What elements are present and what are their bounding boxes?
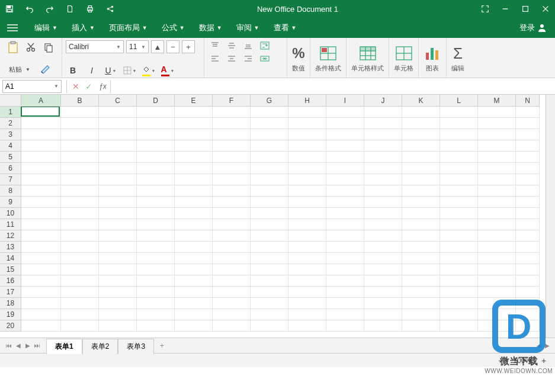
row-header[interactable]: 1 <box>0 107 21 118</box>
add-sheet-button[interactable]: + <box>154 339 170 352</box>
row-header[interactable]: 15 <box>0 264 21 275</box>
cell[interactable] <box>137 208 175 219</box>
cell[interactable] <box>326 118 364 129</box>
cell[interactable] <box>440 208 478 219</box>
cell[interactable] <box>21 253 61 264</box>
cell[interactable] <box>440 320 478 332</box>
cell[interactable] <box>402 152 440 163</box>
copy-icon[interactable] <box>41 40 56 54</box>
cell[interactable] <box>61 107 99 118</box>
cell[interactable] <box>175 208 213 219</box>
cell[interactable] <box>288 107 326 118</box>
cell[interactable] <box>137 320 175 332</box>
cell[interactable] <box>440 174 478 185</box>
cell[interactable] <box>516 242 540 253</box>
cell[interactable] <box>402 230 440 242</box>
cell[interactable] <box>478 264 516 275</box>
cell[interactable] <box>364 163 402 174</box>
cell[interactable] <box>99 129 137 140</box>
cell[interactable] <box>213 174 251 185</box>
cell[interactable] <box>175 129 213 140</box>
cell[interactable] <box>516 152 540 163</box>
cell[interactable] <box>99 298 137 309</box>
column-header[interactable]: I <box>326 95 364 107</box>
wrap-text-icon[interactable] <box>258 40 272 51</box>
cell[interactable] <box>364 129 402 140</box>
cell[interactable] <box>251 287 288 298</box>
cell[interactable] <box>251 320 288 332</box>
cell[interactable] <box>364 140 402 152</box>
cell[interactable] <box>402 219 440 230</box>
cell[interactable] <box>516 320 540 332</box>
cell[interactable] <box>478 298 516 309</box>
cell[interactable] <box>440 264 478 275</box>
cell[interactable] <box>326 298 364 309</box>
cell[interactable] <box>364 152 402 163</box>
column-header[interactable]: D <box>137 95 175 107</box>
cell[interactable] <box>440 242 478 253</box>
cell[interactable] <box>251 208 288 219</box>
save-icon[interactable] <box>5 4 14 14</box>
cell[interactable] <box>478 118 516 129</box>
cell[interactable] <box>288 275 326 287</box>
cell[interactable] <box>137 230 175 242</box>
grow-font-button[interactable]: + <box>182 40 195 53</box>
paste-button[interactable]: 粘贴 <box>9 65 22 74</box>
cell[interactable] <box>288 320 326 332</box>
cell[interactable] <box>402 242 440 253</box>
cell[interactable] <box>99 107 137 118</box>
chevron-down-icon[interactable]: ▼ <box>25 67 30 72</box>
cell[interactable] <box>478 174 516 185</box>
cell[interactable] <box>402 174 440 185</box>
cell[interactable] <box>21 163 61 174</box>
cell[interactable] <box>478 320 516 332</box>
cell[interactable] <box>288 152 326 163</box>
cell[interactable] <box>402 163 440 174</box>
cell[interactable] <box>440 287 478 298</box>
cell[interactable] <box>21 309 61 320</box>
close-icon[interactable] <box>541 4 550 14</box>
menu-item-查看[interactable]: 查看▼ <box>267 23 304 33</box>
cell[interactable] <box>326 185 364 197</box>
cell[interactable] <box>213 275 251 287</box>
cell[interactable] <box>364 309 402 320</box>
row-header[interactable]: 16 <box>0 275 21 287</box>
cell[interactable] <box>440 298 478 309</box>
cell[interactable] <box>326 197 364 208</box>
grow-font-icon[interactable]: ▲ <box>151 40 164 53</box>
cell[interactable] <box>137 264 175 275</box>
cell[interactable] <box>440 163 478 174</box>
cell[interactable] <box>175 309 213 320</box>
cell[interactable] <box>99 152 137 163</box>
cell[interactable] <box>175 163 213 174</box>
cell[interactable] <box>21 197 61 208</box>
cell[interactable] <box>516 107 540 118</box>
border-button[interactable]: ▼ <box>123 65 137 76</box>
cell[interactable] <box>516 208 540 219</box>
cell[interactable] <box>478 287 516 298</box>
italic-button[interactable]: I <box>85 65 99 76</box>
cell[interactable] <box>364 275 402 287</box>
cell[interactable] <box>213 107 251 118</box>
cell[interactable] <box>21 107 61 118</box>
cell[interactable] <box>364 230 402 242</box>
cell[interactable] <box>402 264 440 275</box>
cell[interactable] <box>61 208 99 219</box>
cell[interactable] <box>288 174 326 185</box>
cell[interactable] <box>288 129 326 140</box>
cell[interactable] <box>478 163 516 174</box>
cell[interactable] <box>402 253 440 264</box>
cell[interactable] <box>440 230 478 242</box>
cell[interactable] <box>61 152 99 163</box>
column-header[interactable]: H <box>288 95 326 107</box>
align-middle-icon[interactable] <box>224 40 239 51</box>
column-header[interactable]: L <box>440 95 478 107</box>
vertical-scrollbar[interactable] <box>546 95 555 338</box>
cell[interactable] <box>61 287 99 298</box>
cell[interactable] <box>516 197 540 208</box>
cell[interactable] <box>175 275 213 287</box>
cell[interactable] <box>288 230 326 242</box>
cell[interactable] <box>288 242 326 253</box>
cell[interactable] <box>516 174 540 185</box>
cell[interactable] <box>478 185 516 197</box>
